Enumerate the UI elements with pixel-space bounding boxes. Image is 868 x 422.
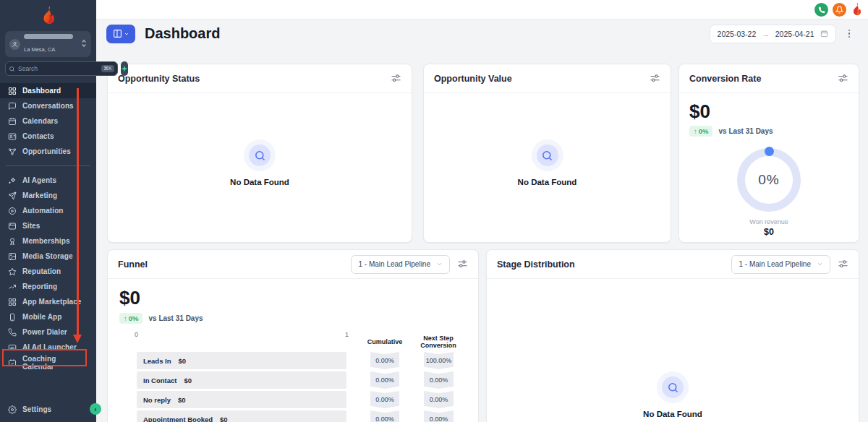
- sidebar-item-automation[interactable]: Automation: [0, 203, 96, 218]
- header-more-menu[interactable]: [846, 27, 853, 40]
- sparkles-icon: [7, 176, 17, 185]
- date-start: 2025-03-22: [718, 30, 757, 38]
- ai-assistant-button[interactable]: [121, 61, 128, 76]
- page-title: Dashboard: [145, 25, 220, 42]
- sidebar-item-app-marketplace[interactable]: App Marketplace: [0, 294, 96, 309]
- sidebar-item-ai-agents[interactable]: AI Agents: [0, 173, 96, 188]
- sidebar-item-label: Settings: [22, 405, 51, 413]
- funnel-amount: $0: [119, 287, 478, 309]
- delta-badge: ↑0%: [119, 313, 142, 324]
- sidebar-item-label: Contacts: [22, 132, 54, 140]
- location-switcher[interactable]: La Mesa, CA: [5, 31, 91, 57]
- sidebar-item-contacts[interactable]: Contacts: [0, 129, 96, 144]
- date-range-arrow: →: [762, 30, 770, 38]
- card-title: Stage Distribution: [497, 259, 575, 270]
- sidebar-item-label: Calendars: [22, 117, 58, 125]
- pipeline-select-value: 1 - Main Lead Pipeline: [358, 260, 430, 268]
- card-filter-button[interactable]: [391, 73, 401, 84]
- brand-flame-icon: [851, 2, 863, 17]
- sidebar-item-label: App Marketplace: [22, 298, 82, 306]
- card-filter-button[interactable]: [457, 259, 468, 270]
- sidebar-item-conversations[interactable]: Conversations: [0, 98, 96, 113]
- dialer-phone-button[interactable]: [814, 3, 828, 17]
- card-title: Conversion Rate: [689, 74, 761, 84]
- delta-badge: ↑0%: [689, 126, 712, 137]
- funnel-row[interactable]: Appointment Booked$0 0.00% 0.00%: [137, 410, 478, 422]
- sidebar-collapse-button[interactable]: ‹: [90, 403, 101, 415]
- sidebar-item-media-storage[interactable]: Media Storage: [0, 249, 96, 264]
- next-step-value: 0.00%: [424, 410, 454, 422]
- funnel-row[interactable]: Leads In$0 0.00% 100.00%: [137, 352, 478, 369]
- funnel-chart: 0 1 Cumulative Next Step Conversion Lead…: [108, 330, 478, 422]
- delta-up-icon: ↑: [124, 314, 127, 322]
- sidebar-item-sites[interactable]: Sites: [0, 218, 96, 233]
- gauge-dot: [765, 147, 774, 156]
- image-icon: [7, 252, 17, 261]
- gauge-value: 0%: [758, 172, 779, 188]
- ai-sparkle-icon: [121, 65, 128, 72]
- next-step-value: 0.00%: [424, 391, 454, 408]
- notifications-bell-button[interactable]: [833, 3, 846, 17]
- card-filter-button[interactable]: [838, 259, 848, 270]
- dashboard-switcher-button[interactable]: [106, 25, 135, 43]
- sidebar-item-label: Automation: [22, 207, 64, 215]
- funnel-row[interactable]: No reply$0 0.00% 0.00%: [137, 391, 478, 408]
- conversion-rate-card: Conversion Rate $0 ↑0% vs Last 31 Days 0…: [678, 64, 859, 243]
- phone-icon: [818, 7, 825, 14]
- card-filter-button[interactable]: [650, 73, 660, 84]
- card-title: Opportunity Status: [118, 74, 200, 84]
- search-input[interactable]: [18, 65, 98, 72]
- pipeline-select[interactable]: 1 - Main Lead Pipeline: [351, 255, 450, 274]
- sliders-icon: [391, 73, 401, 84]
- won-revenue-label: Won revenue: [689, 218, 848, 225]
- chevron-down-icon: [817, 261, 823, 267]
- search-bar[interactable]: ⌘K: [5, 61, 118, 76]
- pipeline-select[interactable]: 1 - Main Lead Pipeline: [731, 255, 830, 274]
- sliders-icon: [457, 259, 468, 270]
- chat-bubble-icon: [7, 102, 17, 111]
- sidebar-item-label: AI Agents: [22, 176, 56, 184]
- sidebar-item-reputation[interactable]: Reputation: [0, 264, 96, 279]
- sidebar-item-marketing[interactable]: Marketing: [0, 188, 96, 203]
- next-step-value: 100.00%: [424, 352, 454, 369]
- apps-grid-icon: [7, 298, 17, 306]
- sidebar-item-opportunities[interactable]: Opportunities: [0, 144, 96, 159]
- sliders-icon: [838, 259, 848, 270]
- sliders-icon: [838, 73, 848, 84]
- sidebar-item-settings[interactable]: Settings: [0, 402, 96, 417]
- funnel-stage-bar: No reply$0: [137, 391, 346, 408]
- card-title: Funnel: [118, 259, 148, 270]
- sidebar-item-label: Mobile App: [22, 313, 62, 321]
- delta-up-icon: ↑: [694, 127, 697, 135]
- dashboard-grid-icon: [7, 87, 17, 95]
- opportunity-value-card: Opportunity Value No Data Found: [423, 64, 671, 243]
- funnel-card: Funnel 1 - Main Lead Pipeline $0 ↑0% vs …: [107, 249, 479, 422]
- sidebar-item-mobile-app[interactable]: Mobile App: [0, 309, 96, 324]
- sidebar-item-label: Marketing: [22, 191, 57, 199]
- date-range-picker[interactable]: 2025-03-22 → 2025-04-21: [710, 25, 836, 43]
- sidebar-item-memberships[interactable]: Memberships: [0, 233, 96, 249]
- chevron-up-down-icon: [81, 38, 87, 51]
- card-filter-button[interactable]: [838, 73, 848, 84]
- cumulative-value: 0.00%: [370, 352, 399, 369]
- sidebar-item-calendars[interactable]: Calendars: [0, 113, 96, 129]
- funnel-stage-bar: Appointment Booked$0: [137, 410, 346, 422]
- opportunity-status-card: Opportunity Status No Data Found: [107, 64, 412, 243]
- funnel-row[interactable]: In Contact$0 0.00% 0.00%: [137, 371, 478, 389]
- chevron-down-icon: [436, 261, 443, 267]
- send-plane-icon: [7, 191, 17, 200]
- sidebar-item-dashboard[interactable]: Dashboard: [0, 83, 96, 98]
- annotation-highlight-box: [2, 349, 87, 366]
- funnel-stage-bar: Leads In$0: [137, 352, 346, 369]
- compare-text: vs Last 31 Days: [718, 127, 773, 135]
- calendar-icon: [7, 117, 17, 126]
- sidebar-item-power-dialer[interactable]: Power Dialer: [0, 324, 96, 340]
- sidebar-item-reporting[interactable]: Reporting: [0, 279, 96, 294]
- browser-window-icon: [7, 222, 17, 231]
- no-data-search-icon: [532, 139, 563, 171]
- sidebar-menu: Dashboard Conversations Calendars Contac…: [0, 83, 96, 370]
- phone-handset-icon: [7, 328, 17, 337]
- play-circle-icon: [7, 207, 17, 215]
- date-end: 2025-04-21: [775, 30, 814, 38]
- brand-flame-logo: [0, 0, 96, 30]
